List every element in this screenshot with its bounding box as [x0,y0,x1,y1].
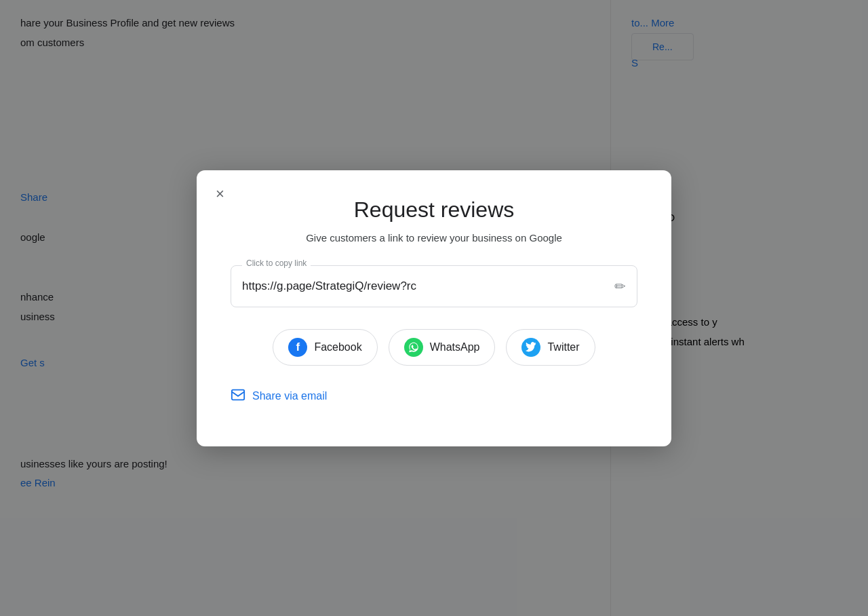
link-field-label: Click to copy link [242,258,311,268]
twitter-label: Twitter [547,341,579,353]
share-buttons-row: f Facebook WhatsApp Twitte [231,329,637,366]
email-icon [231,387,245,406]
whatsapp-icon [404,338,423,357]
share-via-email-button[interactable]: Share via email [231,387,327,406]
svg-rect-0 [232,389,244,400]
whatsapp-share-button[interactable]: WhatsApp [389,329,496,366]
facebook-share-button[interactable]: f Facebook [273,329,377,366]
twitter-icon [521,338,540,357]
edit-icon: ✏ [614,278,626,294]
share-via-email-label: Share via email [252,390,327,402]
link-url-text: https://g.page/StrategiQ/review?rc [242,280,606,293]
request-reviews-modal: × Request reviews Give customers a link … [197,170,671,446]
copy-link-field[interactable]: Click to copy link https://g.page/Strate… [231,265,637,307]
modal-overlay: × Request reviews Give customers a link … [0,0,868,616]
close-icon: × [216,185,224,202]
modal-subtitle: Give customers a link to review your bus… [231,232,637,244]
close-button[interactable]: × [213,184,227,204]
facebook-icon: f [288,338,307,357]
twitter-share-button[interactable]: Twitter [506,329,595,366]
whatsapp-label: WhatsApp [430,341,480,353]
modal-title: Request reviews [231,197,637,223]
facebook-label: Facebook [314,341,361,353]
